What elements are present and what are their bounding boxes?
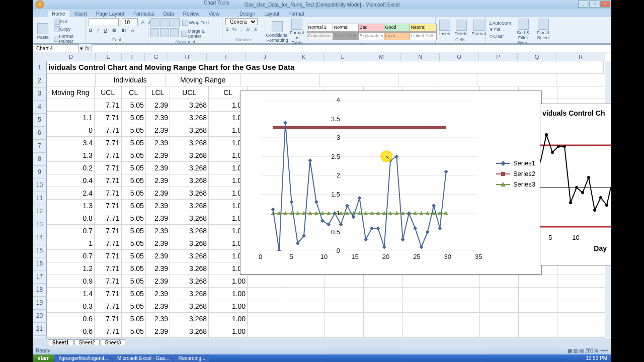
clear-button[interactable]: ◇ Clear [488, 33, 513, 39]
taskbar-item[interactable]: Microsoft Excel - Gas... [113, 354, 173, 362]
tab-formulas[interactable]: Formulas [129, 11, 158, 17]
zoom-out-button[interactable]: − [599, 348, 602, 353]
minimize-button[interactable]: _ [578, 1, 588, 8]
conditional-formatting-button[interactable]: Conditional Formatting [267, 21, 287, 43]
format-cells-button[interactable]: Format [470, 19, 488, 37]
row-header-13[interactable]: 13 [33, 218, 47, 231]
close-button[interactable]: × [600, 1, 610, 8]
comma-button[interactable]: , [239, 26, 244, 32]
chart-legend[interactable]: Series1Series2Series3 [496, 156, 535, 191]
italic-button[interactable]: I [96, 27, 101, 33]
tab-view[interactable]: View [204, 11, 223, 17]
legend-series2[interactable]: Series2 [496, 170, 535, 177]
select-all-corner[interactable] [33, 53, 47, 62]
align-left-button[interactable] [150, 28, 159, 37]
view-normal-button[interactable]: ▦ [568, 348, 572, 353]
style-normal[interactable]: Normal [333, 24, 360, 32]
chart-object-2[interactable]: viduals Control Ch 510 Day [540, 104, 611, 265]
sheet-tab-sheet2[interactable]: Sheet2 [74, 339, 100, 345]
row-header-3[interactable]: 3 [33, 87, 47, 101]
increase-decimal-button[interactable]: .0 [245, 26, 252, 32]
worksheet-area[interactable]: DEFGHIJKLMNOPQR 123456789101112131415161… [33, 53, 611, 346]
sheet-tab-sheet3[interactable]: Sheet3 [101, 339, 126, 345]
find-select-button[interactable]: Find & Select [534, 18, 553, 41]
name-box[interactable] [34, 44, 79, 52]
taskbar-item[interactable]: Recording... [174, 354, 209, 362]
row-headers[interactable]: 12345678910111213141516171819202122 [33, 61, 47, 346]
chart-object-1[interactable]: Series1Series2Series3 ↖ 00.511.522.533.5… [240, 90, 542, 275]
view-pagebreak-button[interactable]: ▤ [579, 348, 584, 353]
row-header-10[interactable]: 10 [33, 179, 47, 192]
autosum-button[interactable]: Σ AutoSum [488, 20, 513, 26]
format-painter-button[interactable]: Format Painter [52, 33, 83, 44]
taskbar-item[interactable]: \\grangerfiles\logon\l... [55, 354, 112, 362]
row-header-2[interactable]: 2 [33, 74, 47, 87]
style-input[interactable]: Input [384, 32, 411, 40]
insert-cells-button[interactable]: Insert [438, 19, 452, 37]
formula-input[interactable] [92, 44, 611, 52]
col-header-P[interactable]: P [479, 53, 518, 61]
zoom-level[interactable]: 201% [585, 348, 598, 353]
number-format-select[interactable]: General [225, 18, 258, 25]
tab-review[interactable]: Review [179, 11, 204, 17]
grow-font-button[interactable]: A [140, 18, 146, 26]
tab-layout[interactable]: Layout [260, 11, 283, 17]
col-header-K[interactable]: K [284, 53, 323, 61]
row-header-4[interactable]: 4 [33, 101, 47, 114]
col-header-F[interactable]: F [122, 53, 145, 61]
bold-button[interactable]: B [88, 27, 94, 33]
column-headers[interactable]: DEFGHIJKLMNOPQR [47, 53, 605, 61]
tab-home[interactable]: Home [48, 11, 69, 17]
style-explanatory----[interactable]: Explanatory ... [358, 32, 385, 40]
sort-filter-button[interactable]: Sort & Filter [514, 18, 533, 41]
cut-button[interactable]: Cut [52, 18, 83, 25]
style-good[interactable]: Good [384, 24, 411, 32]
col-header-G[interactable]: G [145, 53, 168, 61]
office-button[interactable] [33, 0, 47, 9]
row-header-5[interactable]: 5 [33, 114, 47, 127]
col-header-O[interactable]: O [440, 53, 478, 61]
start-button[interactable]: start [33, 354, 54, 362]
tab-format[interactable]: Format [284, 11, 308, 17]
underline-button[interactable]: U [102, 27, 109, 33]
row-header-16[interactable]: 16 [33, 257, 47, 270]
maximize-button[interactable]: □ [589, 1, 599, 8]
font-family-select[interactable] [89, 18, 119, 26]
style-check-cell[interactable]: Check Cell [333, 32, 360, 40]
paste-button[interactable]: Paste [35, 23, 51, 40]
tab-page-layout[interactable]: Page Layout [92, 11, 128, 17]
row-header-8[interactable]: 8 [33, 153, 47, 166]
tab-data[interactable]: Data [159, 11, 178, 17]
style-bad[interactable]: Bad [358, 24, 385, 32]
merge-center-button[interactable]: Merge & Center [180, 28, 220, 39]
row-header-7[interactable]: 7 [33, 140, 47, 153]
row-header-20[interactable]: 20 [33, 310, 47, 323]
col-header-R[interactable]: R [556, 53, 605, 61]
format-as-table-button[interactable]: Format as Table [288, 18, 306, 46]
fx-label[interactable]: fx [83, 45, 92, 51]
row-header-1[interactable]: 1 [33, 61, 47, 74]
row-header-19[interactable]: 19 [33, 297, 47, 310]
zoom-in-button[interactable]: + [605, 348, 608, 353]
legend-series3[interactable]: Series3 [496, 180, 535, 188]
col-header-N[interactable]: N [401, 53, 440, 61]
style-neutral[interactable]: Neutral [410, 24, 437, 32]
border-button[interactable]: ▦ [111, 27, 118, 33]
currency-button[interactable]: $ [224, 26, 230, 32]
copy-button[interactable]: Copy [52, 26, 83, 33]
col-header-L[interactable]: L [324, 53, 362, 61]
sheet-tab-sheet1[interactable]: Sheet1 [48, 339, 73, 345]
row-header-6[interactable]: 6 [33, 127, 47, 140]
row-header-17[interactable]: 17 [33, 270, 47, 284]
style-linked-cell[interactable]: Linked Cell [410, 32, 437, 40]
style-calculation[interactable]: Calculation [307, 32, 334, 40]
delete-cells-button[interactable]: Delete [453, 19, 469, 37]
row-header-9[interactable]: 9 [33, 166, 47, 179]
cell-styles-gallery[interactable]: Normal 2NormalBadGoodNeutralCalculationC… [307, 24, 435, 40]
align-top-button[interactable] [150, 18, 159, 27]
row-header-12[interactable]: 12 [33, 205, 47, 218]
col-header-J[interactable]: J [246, 53, 284, 61]
font-size-select[interactable] [122, 18, 138, 26]
fill-button[interactable]: ▼ Fill [488, 27, 513, 33]
tab-design[interactable]: Design [235, 11, 259, 17]
